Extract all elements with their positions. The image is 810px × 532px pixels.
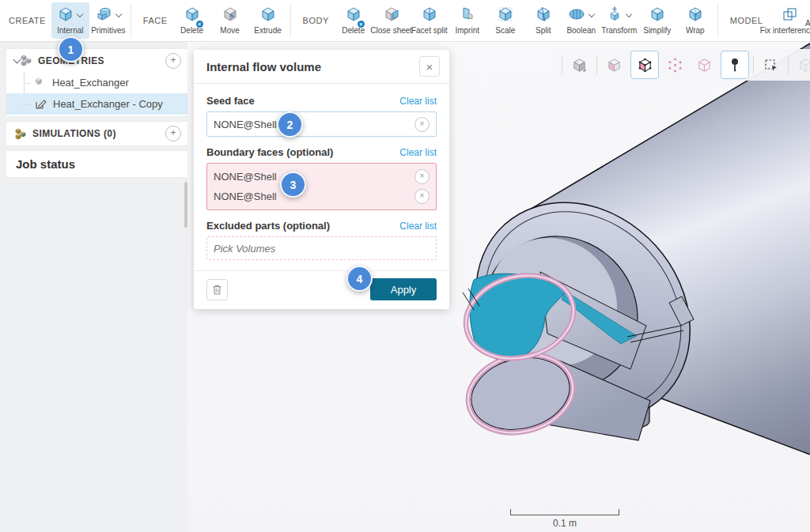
box-select-icon bbox=[763, 58, 778, 73]
scene-tree-sidebar: GEOMETRIES + Heat_Exchanger Heat_Exchang… bbox=[6, 49, 187, 183]
tree-item-heat-exchanger-copy[interactable]: Heat_Exchanger - Copy bbox=[6, 93, 187, 115]
select-vertex-button[interactable] bbox=[660, 50, 690, 80]
simulations-label: SIMULATIONS (0) bbox=[32, 128, 165, 139]
add-geometry-button[interactable]: + bbox=[165, 53, 181, 69]
remove-selection-icon[interactable]: × bbox=[414, 189, 430, 204]
toolbar-section-body: BODY bbox=[303, 16, 329, 25]
internal-flow-volume-dialog: Internal flow volume × Seed face Clear l… bbox=[194, 50, 449, 309]
internal-cube-icon bbox=[58, 6, 74, 25]
select-body-button[interactable] bbox=[600, 50, 629, 80]
selection-filter-toolbar bbox=[558, 49, 810, 81]
body-delete-button[interactable]: × Delete bbox=[335, 2, 373, 39]
face-delete-button[interactable]: × Delete bbox=[173, 2, 211, 39]
seed-face-input[interactable]: NONE@Shell × bbox=[206, 111, 437, 137]
simulations-block: SIMULATIONS (0) + bbox=[6, 122, 187, 145]
seed-face-clear-link[interactable]: Clear list bbox=[399, 96, 437, 107]
sidebar-scrollbar[interactable] bbox=[184, 182, 187, 228]
boundary-faces-label: Boundary faces (optional) bbox=[206, 146, 333, 158]
box-select-button[interactable] bbox=[756, 50, 785, 80]
fix-interferences-icon bbox=[782, 6, 797, 25]
face-move-button[interactable]: Move bbox=[211, 2, 249, 39]
pick-point-pin-icon bbox=[728, 58, 742, 72]
remove-selection-icon[interactable]: × bbox=[414, 117, 430, 132]
boundary-faces-clear-link[interactable]: Clear list bbox=[399, 147, 437, 158]
dialog-header: Internal flow volume × bbox=[194, 50, 449, 84]
chevron-down-icon[interactable] bbox=[589, 11, 595, 17]
scale-bar-line bbox=[510, 509, 619, 515]
primitives-icon bbox=[95, 6, 112, 25]
excluded-parts-clear-link[interactable]: Clear list bbox=[399, 221, 437, 232]
facet-split-icon bbox=[422, 6, 437, 25]
close-sheet-icon bbox=[383, 6, 400, 25]
simulations-header[interactable]: SIMULATIONS (0) + bbox=[6, 122, 187, 145]
split-icon bbox=[536, 6, 551, 25]
excluded-parts-field: Excluded parts (optional) Clear list bbox=[206, 220, 437, 260]
view-orientation-button[interactable] bbox=[565, 50, 594, 80]
fix-interferences-button[interactable]: Fix interferences bbox=[768, 2, 810, 39]
toolbar-section-face: FACE bbox=[143, 16, 168, 25]
trash-icon bbox=[212, 284, 222, 296]
extrude-face-icon bbox=[260, 6, 276, 25]
select-body-icon bbox=[607, 58, 622, 73]
geometries-block: GEOMETRIES + Heat_Exchanger Heat_Exchang… bbox=[6, 49, 187, 116]
boolean-button[interactable]: Boolean bbox=[562, 2, 600, 39]
chevron-down-icon[interactable] bbox=[77, 11, 83, 17]
geometry-cube-icon bbox=[35, 77, 46, 89]
toolbar-section-create: CREATE bbox=[9, 16, 46, 25]
scale-bar-label: 0.1 m bbox=[510, 518, 619, 529]
geometries-items: Heat_Exchanger Heat_Exchanger - Copy bbox=[6, 72, 187, 116]
job-status-header[interactable]: Job status bbox=[6, 151, 187, 177]
clipped-toolbar-label: A bbox=[805, 19, 810, 28]
boundary-face-row: NONE@Shell × bbox=[214, 167, 430, 187]
geometries-header[interactable]: GEOMETRIES + bbox=[6, 49, 187, 72]
apply-button[interactable]: Apply bbox=[370, 278, 437, 300]
transform-icon bbox=[607, 6, 623, 25]
pick-point-button[interactable] bbox=[721, 51, 749, 79]
app-window: CREATE Internal Primitives FACE × Delete… bbox=[0, 0, 810, 532]
tree-item-heat-exchanger[interactable]: Heat_Exchanger bbox=[6, 72, 187, 93]
face-extrude-button[interactable]: Extrude bbox=[249, 2, 287, 39]
toolbar-divider bbox=[717, 3, 718, 38]
boundary-faces-list[interactable]: NONE@Shell × NONE@Shell × bbox=[206, 163, 437, 210]
simplify-icon bbox=[649, 6, 665, 25]
chevron-down-icon[interactable] bbox=[626, 11, 632, 17]
facet-split-button[interactable]: Facet split bbox=[411, 2, 449, 39]
select-edge-button[interactable] bbox=[690, 50, 719, 80]
dialog-title: Internal flow volume bbox=[206, 60, 321, 74]
internal-flow-button[interactable]: Internal bbox=[51, 2, 89, 39]
close-icon[interactable]: × bbox=[419, 56, 440, 77]
main-toolbar: CREATE Internal Primitives FACE × Delete… bbox=[0, 0, 810, 42]
simulations-icon bbox=[14, 128, 27, 140]
wrap-button[interactable]: Wrap bbox=[676, 2, 714, 39]
select-assembly-button[interactable] bbox=[791, 50, 810, 80]
simplify-button[interactable]: Simplify bbox=[638, 2, 676, 39]
boolean-icon bbox=[568, 6, 585, 25]
split-button[interactable]: Split bbox=[524, 2, 562, 39]
select-edge-icon bbox=[697, 58, 712, 73]
scale-icon bbox=[498, 6, 513, 25]
delete-operation-button[interactable] bbox=[206, 279, 228, 300]
scale-button[interactable]: Scale bbox=[486, 2, 524, 39]
imprint-button[interactable]: Imprint bbox=[449, 2, 486, 39]
seed-face-label: Seed face bbox=[206, 95, 255, 107]
seed-face-field: Seed face Clear list NONE@Shell × bbox=[206, 95, 437, 137]
add-simulation-button[interactable]: + bbox=[165, 126, 181, 141]
select-face-button[interactable] bbox=[630, 51, 659, 79]
imprint-icon bbox=[460, 6, 475, 25]
transform-button[interactable]: Transform bbox=[600, 2, 638, 39]
excluded-parts-input[interactable] bbox=[206, 236, 437, 260]
primitives-button[interactable]: Primitives bbox=[89, 2, 127, 39]
remove-selection-icon[interactable]: × bbox=[414, 169, 430, 184]
scale-bar: 0.1 m bbox=[510, 509, 619, 529]
toolbar-divider bbox=[131, 3, 131, 38]
delete-body-icon: × bbox=[346, 6, 361, 25]
excluded-parts-label: Excluded parts (optional) bbox=[206, 220, 330, 232]
step-badge-3: 3 bbox=[280, 172, 306, 198]
select-assembly-icon bbox=[798, 58, 810, 73]
close-sheet-button[interactable]: Close sheet bbox=[373, 2, 411, 39]
job-status-block: Job status bbox=[6, 151, 187, 177]
boundary-faces-field: Boundary faces (optional) Clear list NON… bbox=[206, 146, 437, 210]
move-face-icon bbox=[222, 6, 238, 25]
chevron-down-icon[interactable] bbox=[115, 11, 122, 17]
boundary-face-row: NONE@Shell × bbox=[214, 187, 430, 206]
